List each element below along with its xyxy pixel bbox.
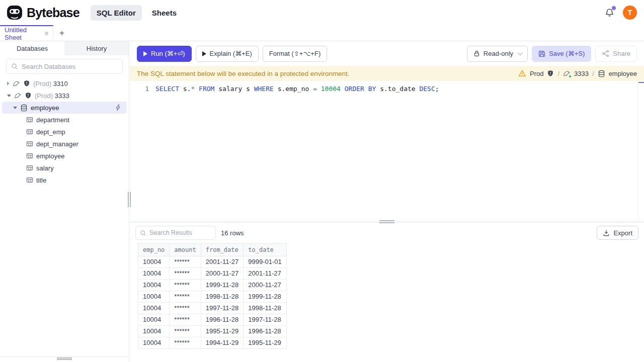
sidebar-table-employee[interactable]: employee — [0, 150, 129, 162]
results-body: 10004******2001-11-279999-01-0110004****… — [138, 256, 287, 348]
sql-token: SELECT — [155, 85, 179, 93]
play-icon — [202, 51, 206, 56]
tab-untitled-sheet[interactable]: Untitled Sheet — [0, 25, 53, 41]
results-resize-handle[interactable] — [379, 220, 394, 223]
column-header-amount[interactable]: amount — [170, 243, 201, 256]
sidebar-table-salary[interactable]: salary — [0, 162, 129, 174]
cell-amount: ****** — [170, 279, 201, 291]
cell-emp_no: 10004 — [138, 291, 170, 302]
connection-breadcrumb: Prod / 3333 / employee — [518, 69, 637, 77]
cell-to_date: 2000-11-27 — [244, 279, 287, 291]
instance-env-label: (Prod) — [35, 92, 53, 100]
breadcrumb-database: employee — [609, 70, 637, 77]
sql-token: salary s — [214, 85, 254, 93]
cell-from_date: 2000-11-27 — [201, 267, 244, 279]
protected-env-banner: The SQL statement below will be executed… — [130, 66, 644, 81]
cell-from_date: 1994-11-29 — [201, 337, 244, 348]
sql-token: 10004 — [321, 85, 341, 93]
sql-token: ; — [435, 85, 439, 93]
sidebar-table-department[interactable]: department — [0, 114, 129, 126]
tree-instance-3310[interactable]: (Prod) 3310 — [0, 77, 129, 89]
chevron-down-icon — [13, 107, 17, 109]
format-button-label: Format (⇧+⌥+F) — [269, 50, 320, 57]
export-button[interactable]: Export — [597, 226, 638, 240]
nav-sql-editor[interactable]: SQL Editor — [91, 5, 142, 21]
tab-history[interactable]: History — [64, 41, 129, 55]
database-label: employee — [31, 104, 59, 112]
lightning-icon — [115, 104, 122, 111]
database-icon — [598, 70, 605, 77]
readonly-mode-button[interactable]: Read-only — [467, 46, 528, 62]
explain-button[interactable]: Explain (⌘+E) — [196, 46, 259, 62]
results-table: emp_noamountfrom_dateto_date 10004******… — [138, 243, 287, 349]
row-count: 16 rows — [221, 229, 244, 237]
code-content: SELECT s.* FROM salary s WHERE s.emp_no … — [155, 85, 439, 93]
save-button[interactable]: Save (⌘+S) — [532, 46, 591, 62]
export-button-label: Export — [613, 229, 632, 237]
database-search[interactable] — [6, 59, 123, 74]
table-row: 10004******1995-11-291996-11-28 — [138, 325, 287, 337]
instance-env-label: (Prod) — [33, 80, 51, 87]
share-button[interactable]: Share — [595, 46, 637, 62]
instance-name-label: 3333 — [55, 92, 69, 100]
table-list: department dept_emp dept_manager employe… — [0, 114, 129, 186]
cell-emp_no: 10004 — [138, 279, 170, 291]
sql-token — [317, 85, 321, 93]
tree-instance-3333[interactable]: (Prod) 3333 — [0, 89, 129, 102]
brand-title[interactable]: Bytebase — [27, 6, 79, 20]
save-button-label: Save (⌘+S) — [549, 50, 585, 57]
overview-ruler — [638, 81, 638, 221]
table-row: 10004******2001-11-279999-01-01 — [138, 256, 287, 267]
app-header: Bytebase SQL Editor Sheets T — [0, 0, 644, 25]
sidebar-bottom-resize-handle[interactable] — [57, 357, 72, 360]
results-panel: 16 rows Export emp_noamountfrom_dateto_d… — [130, 223, 644, 362]
notifications-button[interactable] — [604, 7, 615, 18]
cell-amount: ****** — [170, 325, 201, 337]
overview-ruler-cursor — [638, 82, 644, 83]
bytebase-logo[interactable]: Bytebase — [6, 4, 79, 21]
sidebar-tabs: Databases History — [0, 41, 129, 55]
sidebar-table-dept_emp[interactable]: dept_emp — [0, 126, 129, 138]
notification-dot — [612, 6, 616, 10]
search-icon — [140, 230, 146, 236]
lock-icon — [473, 50, 480, 57]
sql-token — [341, 85, 345, 93]
cell-to_date: 2001-11-27 — [244, 267, 287, 279]
chevron-right-icon — [7, 81, 10, 85]
table-icon — [26, 140, 33, 147]
sql-token: ORDER BY — [345, 85, 376, 93]
format-button[interactable]: Format (⇧+⌥+F) — [263, 46, 327, 62]
sql-token: s.to_date — [376, 85, 419, 93]
column-header-emp_no[interactable]: emp_no — [138, 243, 170, 256]
column-header-from_date[interactable]: from_date — [201, 243, 244, 256]
cell-from_date: 1995-11-29 — [201, 325, 244, 337]
sidebar-table-dept_manager[interactable]: dept_manager — [0, 138, 129, 150]
user-avatar[interactable]: T — [623, 6, 637, 20]
share-icon — [602, 50, 609, 57]
sql-editor[interactable]: 1 SELECT s.* FROM salary s WHERE s.emp_n… — [130, 81, 644, 221]
warning-icon — [518, 69, 526, 77]
sql-token: = — [313, 85, 317, 93]
sidebar-table-title[interactable]: title — [0, 174, 129, 186]
header-right: T — [604, 6, 644, 20]
share-button-label: Share — [613, 50, 630, 57]
database-search-input[interactable] — [22, 63, 118, 70]
results-search[interactable] — [135, 226, 216, 240]
results-search-input[interactable] — [149, 229, 211, 236]
nav-sheets[interactable]: Sheets — [146, 5, 183, 21]
cell-amount: ****** — [170, 337, 201, 348]
run-button[interactable]: Run (⌘+⏎) — [137, 46, 192, 62]
cell-amount: ****** — [170, 314, 201, 325]
sql-token: FROM — [199, 85, 214, 93]
sidebar-resize-handle[interactable] — [128, 192, 131, 207]
tab-databases[interactable]: Databases — [0, 41, 64, 55]
results-header: 16 rows Export — [130, 223, 644, 243]
tree-database-employee[interactable]: employee — [2, 102, 127, 114]
column-header-to_date[interactable]: to_date — [244, 243, 287, 256]
cell-amount: ****** — [170, 267, 201, 279]
table-row: 10004******1998-11-281999-11-28 — [138, 291, 287, 302]
cell-from_date: 1996-11-28 — [201, 314, 244, 325]
search-icon — [11, 63, 18, 70]
bytebase-logo-icon — [6, 4, 23, 21]
new-sheet-button[interactable]: + — [53, 25, 70, 41]
